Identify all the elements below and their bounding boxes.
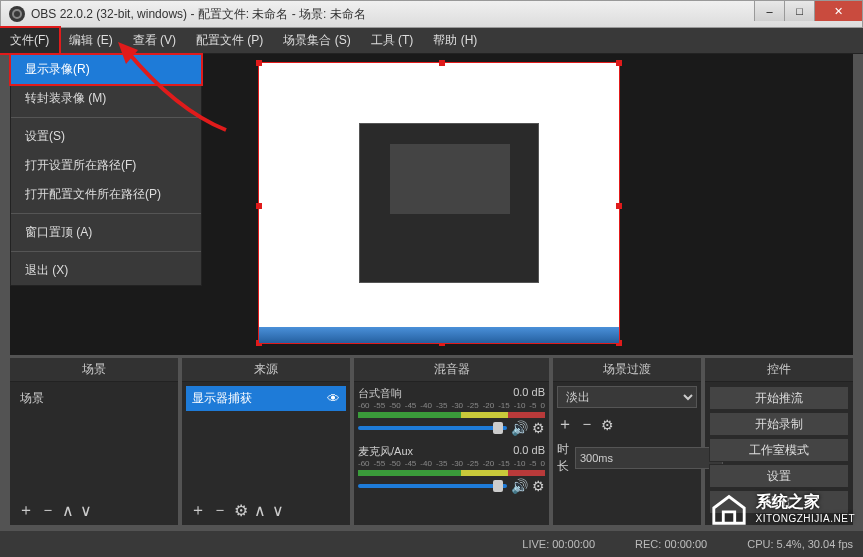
preview-canvas[interactable] xyxy=(258,62,620,344)
mixer-track: 台式音响 0.0 dB -60-55-50-45-40-35-30-25-20-… xyxy=(358,386,545,436)
menu-always-on-top[interactable]: 窗口置顶 (A) xyxy=(11,218,201,247)
move-scene-up-button[interactable]: ∧ xyxy=(62,501,74,520)
window-titlebar: OBS 22.0.2 (32-bit, windows) - 配置文件: 未命名… xyxy=(0,0,863,28)
sources-toolbar: ＋ － ⚙ ∧ ∨ xyxy=(182,496,350,525)
gear-icon[interactable]: ⚙ xyxy=(601,417,614,433)
minimize-button[interactable]: – xyxy=(754,1,784,21)
mixer-track: 麦克风/Aux 0.0 dB -60-55-50-45-40-35-30-25-… xyxy=(358,444,545,494)
sources-list[interactable]: 显示器捕获 👁 xyxy=(182,382,350,496)
status-cpu: CPU: 5.4%, 30.04 fps xyxy=(747,538,853,550)
track-name: 麦克风/Aux xyxy=(358,444,413,459)
track-db: 0.0 dB xyxy=(513,444,545,459)
resize-handle[interactable] xyxy=(256,203,262,209)
window-controls: – □ ✕ xyxy=(754,1,862,21)
meter-scale: -60-55-50-45-40-35-30-25-20-15-10-50 xyxy=(358,401,545,410)
status-live: LIVE: 00:00:00 xyxy=(522,538,595,550)
source-item-label: 显示器捕获 xyxy=(192,390,252,407)
meter-scale: -60-55-50-45-40-35-30-25-20-15-10-50 xyxy=(358,459,545,468)
watermark-text-en: XITONGZHIJIA.NET xyxy=(756,513,856,524)
transitions-panel: 场景过渡 淡出 ＋ － ⚙ 时长 xyxy=(553,358,701,525)
maximize-button[interactable]: □ xyxy=(784,1,814,21)
menu-settings[interactable]: 设置(S) xyxy=(11,122,201,151)
sources-header: 来源 xyxy=(182,358,350,382)
visibility-icon[interactable]: 👁 xyxy=(327,391,340,406)
menu-tools[interactable]: 工具 (T) xyxy=(361,28,424,53)
window-title: OBS 22.0.2 (32-bit, windows) - 配置文件: 未命名… xyxy=(31,6,366,23)
status-rec: REC: 00:00:00 xyxy=(635,538,707,550)
watermark-text-cn: 系统之家 xyxy=(756,492,856,513)
remove-source-button[interactable]: － xyxy=(212,500,228,521)
settings-button[interactable]: 设置 xyxy=(709,464,849,488)
controls-header: 控件 xyxy=(705,358,853,382)
gear-icon[interactable]: ⚙ xyxy=(532,420,545,436)
scenes-panel: 场景 场景 ＋ － ∧ ∨ xyxy=(10,358,178,525)
remove-scene-button[interactable]: － xyxy=(40,500,56,521)
volume-slider[interactable] xyxy=(358,484,507,488)
slider-thumb[interactable] xyxy=(493,480,503,492)
remove-transition-button[interactable]: － xyxy=(579,414,595,435)
app-icon xyxy=(9,6,25,22)
scenes-toolbar: ＋ － ∧ ∨ xyxy=(10,496,178,525)
move-scene-down-button[interactable]: ∨ xyxy=(80,501,92,520)
move-source-down-button[interactable]: ∨ xyxy=(272,501,284,520)
statusbar: LIVE: 00:00:00 REC: 00:00:00 CPU: 5.4%, … xyxy=(0,531,863,557)
gear-icon[interactable]: ⚙ xyxy=(532,478,545,494)
studio-mode-button[interactable]: 工作室模式 xyxy=(709,438,849,462)
sources-panel: 来源 显示器捕获 👁 ＋ － ⚙ ∧ ∨ xyxy=(182,358,350,525)
move-source-up-button[interactable]: ∧ xyxy=(254,501,266,520)
captured-taskbar xyxy=(259,327,619,343)
menu-separator xyxy=(11,117,201,118)
menubar: 文件(F) 编辑 (E) 查看 (V) 配置文件 (P) 场景集合 (S) 工具… xyxy=(0,28,863,54)
file-dropdown: 显示录像(R) 转封装录像 (M) 设置(S) 打开设置所在路径(F) 打开配置… xyxy=(10,54,202,286)
close-button[interactable]: ✕ xyxy=(814,1,862,21)
duration-label: 时长 xyxy=(557,441,569,475)
transitions-header: 场景过渡 xyxy=(553,358,701,382)
menu-separator xyxy=(11,251,201,252)
menu-separator xyxy=(11,213,201,214)
track-db: 0.0 dB xyxy=(513,386,545,401)
resize-handle[interactable] xyxy=(439,60,445,66)
menu-open-settings-folder[interactable]: 打开设置所在路径(F) xyxy=(11,151,201,180)
source-item[interactable]: 显示器捕获 👁 xyxy=(186,386,346,411)
menu-view[interactable]: 查看 (V) xyxy=(123,28,186,53)
menu-help[interactable]: 帮助 (H) xyxy=(423,28,487,53)
nested-capture xyxy=(359,123,539,283)
menu-edit[interactable]: 编辑 (E) xyxy=(59,28,122,53)
add-scene-button[interactable]: ＋ xyxy=(18,500,34,521)
menu-scene-collection[interactable]: 场景集合 (S) xyxy=(273,28,360,53)
scenes-list[interactable]: 场景 xyxy=(10,382,178,496)
mixer-header: 混音器 xyxy=(354,358,549,382)
volume-slider[interactable] xyxy=(358,426,507,430)
menu-open-profile-folder[interactable]: 打开配置文件所在路径(P) xyxy=(11,180,201,209)
track-name: 台式音响 xyxy=(358,386,402,401)
transitions-body: 淡出 ＋ － ⚙ 时长 xyxy=(553,382,701,525)
watermark-logo-icon xyxy=(710,489,748,527)
add-source-button[interactable]: ＋ xyxy=(190,500,206,521)
menu-file[interactable]: 文件(F) xyxy=(0,28,59,53)
scene-item[interactable]: 场景 xyxy=(14,386,174,411)
audio-meter xyxy=(358,470,545,476)
watermark: 系统之家 XITONGZHIJIA.NET xyxy=(710,489,856,527)
audio-meter xyxy=(358,412,545,418)
slider-thumb[interactable] xyxy=(493,422,503,434)
mixer-body: 台式音响 0.0 dB -60-55-50-45-40-35-30-25-20-… xyxy=(354,382,549,525)
menu-show-recordings[interactable]: 显示录像(R) xyxy=(11,55,201,84)
mixer-panel: 混音器 台式音响 0.0 dB -60-55-50-45-40-35-30-25… xyxy=(354,358,549,525)
resize-handle[interactable] xyxy=(256,60,262,66)
menu-remux-recordings[interactable]: 转封装录像 (M) xyxy=(11,84,201,113)
nested-capture-inner xyxy=(390,144,510,214)
resize-handle[interactable] xyxy=(616,60,622,66)
add-transition-button[interactable]: ＋ xyxy=(557,414,573,435)
menu-profile[interactable]: 配置文件 (P) xyxy=(186,28,273,53)
speaker-icon[interactable]: 🔊 xyxy=(511,478,528,494)
start-streaming-button[interactable]: 开始推流 xyxy=(709,386,849,410)
scenes-header: 场景 xyxy=(10,358,178,382)
menu-exit[interactable]: 退出 (X) xyxy=(11,256,201,285)
speaker-icon[interactable]: 🔊 xyxy=(511,420,528,436)
source-properties-button[interactable]: ⚙ xyxy=(234,501,248,520)
start-recording-button[interactable]: 开始录制 xyxy=(709,412,849,436)
duration-spinbox[interactable] xyxy=(575,447,723,469)
resize-handle[interactable] xyxy=(616,203,622,209)
transition-select[interactable]: 淡出 xyxy=(557,386,697,408)
